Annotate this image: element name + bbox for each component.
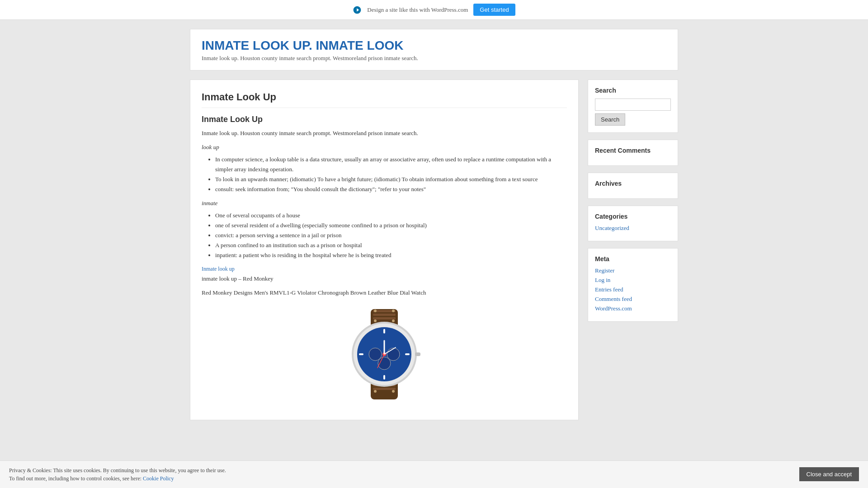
meta-login-link[interactable]: Log in [595, 277, 610, 283]
site-title: INMATE LOOK UP. INMATE LOOK [202, 38, 666, 53]
definition-word-lookup: look up [202, 143, 567, 152]
list-item: convict: a person serving a sentence in … [215, 230, 567, 240]
post-heading: Inmate Look Up [202, 115, 567, 124]
product-description: Red Monkey Designs Men's RMVL1-G Violato… [202, 288, 567, 298]
svg-rect-25 [405, 353, 410, 355]
site-wrapper: INMATE LOOK UP. INMATE LOOK Inmate look … [185, 20, 683, 429]
svg-point-6 [374, 319, 377, 322]
list-item: Uncategorized [595, 225, 671, 232]
category-link[interactable]: Uncategorized [595, 225, 629, 231]
post-page-title: Inmate Look Up [202, 91, 567, 108]
site-description: Inmate look up. Houston county inmate se… [202, 55, 666, 62]
lookup-definitions-list: In computer science, a lookup table is a… [215, 155, 567, 194]
categories-widget: Categories Uncategorized [588, 206, 678, 241]
recent-comments-widget: Recent Comments [588, 140, 678, 166]
list-item: To look in an upwards manner; (idiomatic… [215, 174, 567, 184]
watch-svg [335, 305, 434, 404]
meta-list: Register Log in Entries feed Comments fe… [595, 267, 671, 312]
search-form: Search [595, 99, 671, 126]
svg-rect-23 [383, 375, 385, 380]
watch-image-container [202, 305, 567, 404]
list-item: Register [595, 267, 671, 274]
svg-rect-2 [373, 314, 396, 316]
list-item: consult: seek information from; "You sho… [215, 184, 567, 194]
definition-word-inmate: inmate [202, 199, 567, 208]
search-button[interactable]: Search [595, 113, 625, 126]
svg-rect-11 [373, 388, 396, 390]
list-item: one of several resident of a dwelling (e… [215, 221, 567, 230]
svg-point-7 [392, 319, 395, 322]
meta-entries-feed-link[interactable]: Entries feed [595, 286, 623, 293]
post-image-link[interactable]: Inmate look up [202, 265, 567, 273]
meta-comments-feed-link[interactable]: Comments feed [595, 296, 632, 302]
list-item: A person confined to an institution such… [215, 240, 567, 250]
list-item: One of several occupants of a house [215, 211, 567, 221]
search-widget: Search Search [588, 80, 678, 133]
inmate-definitions-list: One of several occupants of a house one … [215, 211, 567, 260]
wordpress-icon [353, 5, 362, 14]
categories-list: Uncategorized [595, 225, 671, 232]
list-item: Log in [595, 277, 671, 284]
list-item: WordPress.com [595, 305, 671, 312]
svg-rect-24 [359, 353, 363, 355]
list-item: In computer science, a lookup table is a… [215, 155, 567, 174]
meta-widget: Meta Register Log in Entries feed Commen… [588, 248, 678, 322]
meta-title: Meta [595, 255, 671, 263]
topbar-text: Design a site like this with WordPress.c… [367, 6, 468, 14]
svg-point-5 [392, 310, 395, 312]
meta-register-link[interactable]: Register [595, 267, 614, 274]
image-anchor[interactable]: Inmate look up [202, 266, 235, 272]
recent-comments-title: Recent Comments [595, 147, 671, 154]
content-area: Inmate Look Up Inmate Look Up Inmate loo… [190, 80, 678, 420]
svg-rect-22 [383, 329, 385, 333]
get-started-button[interactable]: Get started [473, 4, 515, 16]
list-item: Comments feed [595, 296, 671, 303]
sidebar: Search Search Recent Comments Archives C… [588, 80, 678, 328]
main-content: Inmate Look Up Inmate Look Up Inmate loo… [190, 80, 579, 420]
meta-wordpress-link[interactable]: WordPress.com [595, 305, 632, 312]
post-intro: Inmate look up. Houston county inmate se… [202, 129, 567, 138]
search-widget-title: Search [595, 87, 671, 94]
svg-point-4 [374, 310, 377, 312]
wordpress-topbar: Design a site like this with WordPress.c… [0, 0, 868, 20]
site-header: INMATE LOOK UP. INMATE LOOK Inmate look … [190, 29, 678, 70]
image-caption: inmate look up – Red Monkey [202, 274, 567, 284]
archives-widget: Archives [588, 173, 678, 199]
archives-title: Archives [595, 180, 671, 187]
post-content: Inmate Look Up Inmate look up. Houston c… [202, 115, 567, 404]
svg-point-15 [392, 390, 395, 393]
svg-rect-30 [415, 352, 420, 356]
svg-rect-3 [373, 317, 396, 319]
list-item: inpatient: a patient who is residing in … [215, 250, 567, 260]
svg-point-14 [374, 390, 377, 393]
categories-title: Categories [595, 213, 671, 220]
search-input[interactable] [595, 99, 671, 111]
list-item: Entries feed [595, 286, 671, 293]
